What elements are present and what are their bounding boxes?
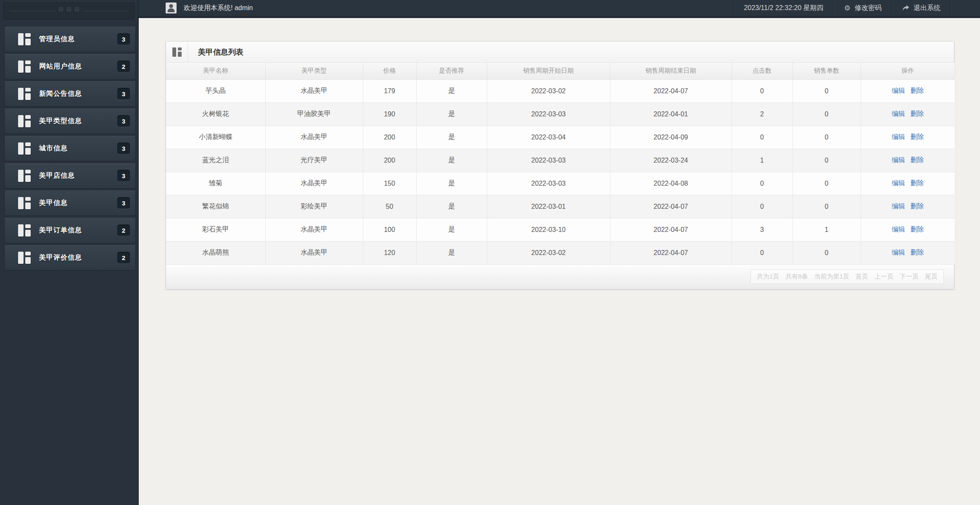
delete-link[interactable]: 删除 (910, 156, 924, 163)
count-badge: 3 (117, 34, 130, 45)
cell-actions: 编辑 删除 (861, 241, 955, 264)
header-spacer (951, 0, 980, 16)
sidebar-item-label: 美甲店信息 (39, 171, 75, 180)
sidebar-item[interactable]: 美甲订单信息 2 (4, 217, 136, 243)
table-row: 水晶萌熊 水晶美甲 120 是 2022-03-02 2022-04-07 0 … (166, 241, 955, 264)
next-page-link[interactable]: 下一页 (900, 273, 919, 281)
delete-link[interactable]: 删除 (910, 110, 924, 117)
sidebar-item[interactable]: 城市信息 3 (4, 135, 136, 161)
sidebar-item[interactable]: 新闻公告信息 3 (4, 81, 136, 107)
edit-link[interactable]: 编辑 (892, 226, 905, 233)
sidebar-item[interactable]: 管理员信息 3 (4, 26, 136, 52)
cell-sale-end-date: 2022-04-07 (610, 241, 732, 264)
cell-nail-name: 繁花似锦 (166, 195, 265, 218)
gear-icon: ⚙ (844, 4, 851, 13)
top-header-bar: 欢迎使用本系统! admin 2023/11/2 22:32:20 星期四 ⚙ … (139, 0, 980, 18)
cell-clicks: 0 (732, 172, 792, 195)
delete-link[interactable]: 删除 (910, 87, 924, 94)
sidebar-menu: 管理员信息 3 网站用户信息 2 新闻公告信息 3 (0, 26, 138, 271)
change-password-label: 修改密码 (855, 4, 882, 13)
edit-link[interactable]: 编辑 (892, 87, 905, 94)
panel-footer: 共为1页 共有8条 当前为第1页 首页 上一页 下一页 尾页 (166, 265, 954, 289)
first-page-link[interactable]: 首页 (856, 273, 868, 281)
change-password-button[interactable]: ⚙ 修改密码 (834, 0, 892, 16)
cell-nail-name: 彩石美甲 (166, 218, 265, 241)
cell-clicks: 0 (732, 241, 792, 264)
cell-sale-start-date: 2022-03-02 (487, 79, 610, 103)
table-body: 芋头晶 水晶美甲 179 是 2022-03-02 2022-04-07 0 0… (166, 79, 955, 264)
delete-link[interactable]: 删除 (910, 179, 924, 187)
table-row: 小清新蝴蝶 水晶美甲 200 是 2022-03-04 2022-04-09 0… (166, 126, 955, 149)
sidebar-item[interactable]: 美甲评价信息 2 (4, 245, 136, 271)
sidebar-item[interactable]: 美甲信息 3 (4, 190, 136, 216)
grid-icon (18, 170, 31, 182)
grid-icon (18, 252, 31, 264)
count-badge: 3 (117, 197, 130, 209)
cell-actions: 编辑 删除 (861, 218, 955, 241)
sidebar-item-label: 美甲信息 (39, 199, 68, 208)
grid-icon (18, 33, 31, 45)
delete-link[interactable]: 删除 (910, 226, 924, 233)
sidebar-item-label: 美甲订单信息 (39, 226, 82, 235)
grid-icon (18, 142, 31, 155)
table-row: 火树银花 甲油胶美甲 190 是 2022-03-03 2022-04-01 2… (166, 103, 955, 126)
grid-icon (18, 224, 31, 237)
sidebar-item-label: 管理员信息 (39, 35, 75, 44)
last-page-link[interactable]: 尾页 (925, 273, 938, 281)
table-row: 彩石美甲 水晶美甲 100 是 2022-03-10 2022-04-07 3 … (166, 218, 955, 241)
cell-sale-start-date: 2022-03-03 (487, 149, 610, 172)
sidebar-item[interactable]: 网站用户信息 2 (4, 53, 136, 79)
sidebar-item-label: 新闻公告信息 (39, 89, 82, 98)
edit-link[interactable]: 编辑 (892, 133, 905, 140)
panel-header: 美甲信息列表 (166, 42, 954, 63)
cell-price: 120 (363, 241, 416, 264)
column-header: 点击数 (732, 63, 792, 79)
cell-recommended: 是 (416, 103, 487, 126)
welcome-text: 欢迎使用本系统! admin (184, 4, 253, 13)
edit-link[interactable]: 编辑 (892, 249, 905, 256)
prev-page-link[interactable]: 上一页 (874, 273, 893, 281)
cell-nail-name: 小清新蝴蝶 (166, 126, 265, 149)
cell-recommended: 是 (416, 195, 487, 218)
delete-link[interactable]: 删除 (910, 133, 924, 140)
cell-recommended: 是 (416, 126, 487, 149)
sidebar: 管理员信息 3 网站用户信息 2 新闻公告信息 3 (0, 0, 139, 505)
cell-nail-type: 光疗美甲 (265, 149, 363, 172)
cell-orders: 0 (792, 149, 861, 172)
edit-link[interactable]: 编辑 (892, 179, 905, 187)
logout-button[interactable]: 退出系统 (892, 0, 951, 16)
edit-link[interactable]: 编辑 (892, 110, 905, 117)
cell-clicks: 0 (732, 79, 792, 103)
cell-orders: 0 (792, 103, 861, 126)
list-panel: 美甲信息列表 美甲名称 美甲类型 价格 是否推荐 销 (166, 41, 954, 289)
cell-clicks: 3 (732, 218, 792, 241)
cell-price: 150 (363, 172, 416, 195)
cell-orders: 0 (792, 126, 861, 149)
cell-recommended: 是 (416, 172, 487, 195)
page-title: 美甲信息列表 (188, 42, 243, 62)
cell-sale-end-date: 2022-04-07 (610, 218, 732, 241)
count-badge: 3 (117, 143, 130, 154)
column-header: 操作 (861, 63, 955, 79)
grid-icon (172, 47, 182, 57)
cell-clicks: 2 (732, 103, 792, 126)
count-badge: 2 (117, 252, 130, 263)
cell-sale-end-date: 2022-04-09 (610, 126, 732, 149)
cell-sale-start-date: 2022-03-02 (487, 241, 610, 264)
sidebar-collapse-handle[interactable] (3, 3, 135, 19)
table-row: 蓝光之泪 光疗美甲 200 是 2022-03-03 2022-03-24 1 … (166, 149, 955, 172)
cell-sale-start-date: 2022-03-10 (487, 218, 610, 241)
cell-sale-start-date: 2022-03-03 (487, 103, 610, 126)
delete-link[interactable]: 删除 (910, 249, 924, 256)
edit-link[interactable]: 编辑 (892, 203, 905, 210)
cell-price: 190 (363, 103, 416, 126)
cell-sale-start-date: 2022-03-04 (487, 126, 610, 149)
sidebar-item[interactable]: 美甲店信息 3 (4, 163, 136, 189)
handle-squares-icon (55, 7, 82, 11)
edit-link[interactable]: 编辑 (892, 156, 905, 163)
cell-recommended: 是 (416, 79, 487, 103)
sidebar-item[interactable]: 美甲类型信息 3 (4, 108, 136, 134)
cell-clicks: 1 (732, 149, 792, 172)
sidebar-item-label: 美甲评价信息 (39, 253, 82, 262)
delete-link[interactable]: 删除 (910, 203, 924, 210)
